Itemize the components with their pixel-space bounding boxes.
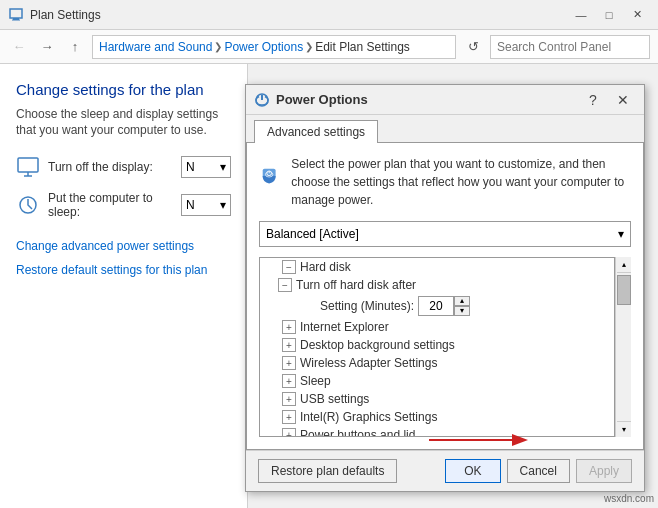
tree-label-hard-disk: Hard disk xyxy=(300,260,610,274)
tree-label-usb: USB settings xyxy=(300,392,610,406)
display-setting-row: Turn off the display: N ▾ xyxy=(16,155,231,179)
cancel-button[interactable]: Cancel xyxy=(507,459,570,483)
page-subtitle: Choose the sleep and display settings th… xyxy=(16,106,231,140)
plan-dropdown-arrow: ▾ xyxy=(618,227,624,241)
title-bar-left: Plan Settings xyxy=(8,7,101,23)
plan-dropdown-value: Balanced [Active] xyxy=(266,227,359,241)
tree-expand-desktop-bg[interactable]: + xyxy=(282,338,296,352)
forward-button[interactable]: → xyxy=(36,36,58,58)
restore-defaults-link[interactable]: Restore default settings for this plan xyxy=(16,263,231,277)
sleep-dropdown-icon: ▾ xyxy=(220,198,226,212)
title-bar-controls: — □ ✕ xyxy=(568,5,650,25)
spinner-down[interactable]: ▾ xyxy=(454,306,470,316)
footer-buttons: OK Cancel Apply xyxy=(445,459,632,483)
svg-rect-3 xyxy=(18,158,38,172)
maximize-button[interactable]: □ xyxy=(596,5,622,25)
restore-plan-defaults-button[interactable]: Restore plan defaults xyxy=(258,459,397,483)
dialog-footer: Restore plan defaults OK Cancel Apply xyxy=(246,450,644,491)
sleep-value: N xyxy=(186,198,195,212)
back-button[interactable]: ← xyxy=(8,36,30,58)
minutes-input[interactable] xyxy=(418,296,454,316)
tree-expand-wireless[interactable]: + xyxy=(282,356,296,370)
dialog-help-button[interactable]: ? xyxy=(580,89,606,111)
plan-settings-icon xyxy=(8,7,24,23)
apply-button[interactable]: Apply xyxy=(576,459,632,483)
minimize-button[interactable]: — xyxy=(568,5,594,25)
tree-item-power-btns[interactable]: + Power buttons and lid xyxy=(260,426,614,437)
dialog-intro: Select the power plan that you want to c… xyxy=(259,155,631,209)
tree-label-desktop-bg: Desktop background settings xyxy=(300,338,610,352)
title-bar-text: Plan Settings xyxy=(30,8,101,22)
tree-expand-turn-off-hdd[interactable]: − xyxy=(278,278,292,292)
sleep-icon xyxy=(16,193,40,217)
power-options-dialog: Power Options ? ✕ Advanced settings xyxy=(245,84,645,492)
search-input[interactable] xyxy=(490,35,650,59)
breadcrumb-edit: Edit Plan Settings xyxy=(315,40,410,54)
tree-label-power-btns: Power buttons and lid xyxy=(300,428,610,437)
tree-item-sleep[interactable]: + Sleep xyxy=(260,372,614,390)
tree-expand-hard-disk[interactable]: − xyxy=(282,260,296,274)
tree-label-wireless: Wireless Adapter Settings xyxy=(300,356,610,370)
tree-expand-sleep[interactable]: + xyxy=(282,374,296,388)
spinner-up[interactable]: ▴ xyxy=(454,296,470,306)
page-title: Change settings for the plan xyxy=(16,80,231,100)
tree-item-hard-disk[interactable]: − Hard disk xyxy=(260,258,614,276)
address-bar: ← → ↑ Hardware and Sound ❯ Power Options… xyxy=(0,30,658,64)
settings-tree[interactable]: − Hard disk − Turn off hard disk after S… xyxy=(259,257,615,437)
display-dropdown-icon: ▾ xyxy=(220,160,226,174)
tree-item-ie[interactable]: + Internet Explorer xyxy=(260,318,614,336)
tab-advanced-settings[interactable]: Advanced settings xyxy=(254,120,378,143)
sleep-label: Put the computer to sleep: xyxy=(48,191,173,219)
tree-expand-usb[interactable]: + xyxy=(282,392,296,406)
dialog-close-button[interactable]: ✕ xyxy=(610,89,636,111)
ok-button[interactable]: OK xyxy=(445,459,500,483)
spinner-buttons: ▴ ▾ xyxy=(454,296,470,316)
left-links: Change advanced power settings Restore d… xyxy=(16,239,231,277)
tree-item-intel[interactable]: + Intel(R) Graphics Settings xyxy=(260,408,614,426)
tree-label-turn-off-hdd: Turn off hard disk after xyxy=(296,278,610,292)
dialog-intro-text: Select the power plan that you want to c… xyxy=(291,155,631,209)
up-button[interactable]: ↑ xyxy=(64,36,86,58)
dialog-title-text: Power Options xyxy=(276,92,368,107)
tree-expand-power-btns[interactable]: + xyxy=(282,428,296,437)
breadcrumb: Hardware and Sound ❯ Power Options ❯ Edi… xyxy=(92,35,456,59)
dialog-tabs: Advanced settings xyxy=(246,115,644,142)
dialog-title-left: Power Options xyxy=(254,92,368,108)
tree-scrollbar[interactable]: ▴ ▾ xyxy=(615,257,631,437)
power-cup-icon xyxy=(259,155,279,199)
display-label: Turn off the display: xyxy=(48,160,173,174)
breadcrumb-arrow-2: ❯ xyxy=(305,41,313,52)
tree-label-ie: Internet Explorer xyxy=(300,320,610,334)
dialog-body: Select the power plan that you want to c… xyxy=(246,142,644,450)
setting-minutes-label: Setting (Minutes): xyxy=(320,299,414,313)
dialog-title-bar: Power Options ? ✕ xyxy=(246,85,644,115)
change-advanced-link[interactable]: Change advanced power settings xyxy=(16,239,231,253)
display-icon xyxy=(16,155,40,179)
dialog-controls: ? ✕ xyxy=(580,89,636,111)
scroll-up-button[interactable]: ▴ xyxy=(617,257,631,273)
refresh-button[interactable]: ↺ xyxy=(462,36,484,58)
scroll-thumb[interactable] xyxy=(617,275,631,305)
sleep-setting-row: Put the computer to sleep: N ▾ xyxy=(16,191,231,219)
hdd-setting-row: Setting (Minutes): ▴ ▾ xyxy=(316,294,614,318)
tree-expand-ie[interactable]: + xyxy=(282,320,296,334)
display-value-button[interactable]: N ▾ xyxy=(181,156,231,178)
left-panel: Change settings for the plan Choose the … xyxy=(0,64,248,508)
scroll-down-button[interactable]: ▾ xyxy=(617,421,631,437)
breadcrumb-power[interactable]: Power Options xyxy=(224,40,303,54)
title-bar: Plan Settings — □ ✕ xyxy=(0,0,658,30)
minutes-spinner[interactable]: ▴ ▾ xyxy=(418,296,470,316)
breadcrumb-arrow-1: ❯ xyxy=(214,41,222,52)
tree-item-usb[interactable]: + USB settings xyxy=(260,390,614,408)
tree-expand-intel[interactable]: + xyxy=(282,410,296,424)
tree-item-desktop-bg[interactable]: + Desktop background settings xyxy=(260,336,614,354)
tree-container-wrapper: − Hard disk − Turn off hard disk after S… xyxy=(259,257,631,437)
tree-item-turn-off-hdd[interactable]: − Turn off hard disk after xyxy=(274,276,614,294)
tree-item-wireless[interactable]: + Wireless Adapter Settings xyxy=(260,354,614,372)
close-window-button[interactable]: ✕ xyxy=(624,5,650,25)
tree-label-intel: Intel(R) Graphics Settings xyxy=(300,410,610,424)
breadcrumb-hardware[interactable]: Hardware and Sound xyxy=(99,40,212,54)
sleep-value-button[interactable]: N ▾ xyxy=(181,194,231,216)
power-options-icon xyxy=(254,92,270,108)
plan-dropdown[interactable]: Balanced [Active] ▾ xyxy=(259,221,631,247)
